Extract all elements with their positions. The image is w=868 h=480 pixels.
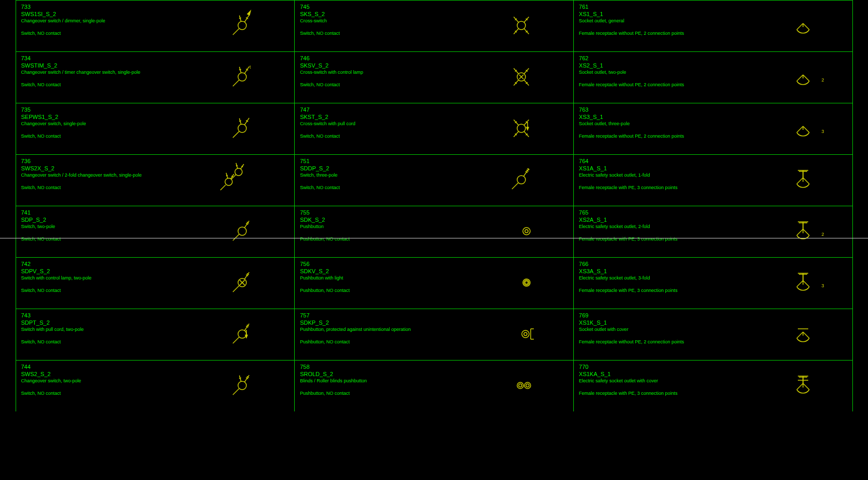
cell-symbol <box>216 164 258 196</box>
svg-point-87 <box>523 228 530 235</box>
svg-line-72 <box>523 168 529 176</box>
cell-number: 741 <box>21 209 290 216</box>
svg-line-139 <box>797 383 803 390</box>
symbol-cell: 741 SDP_S_2 Switch, two-pole Switch, NO … <box>16 206 295 258</box>
symbol-cell: 756 SDKV_S_2 Pushbutton with light Pushb… <box>294 257 574 309</box>
symbol-cell: 734 SWSTIM_S_2 Changeover switch / timer… <box>16 51 295 103</box>
cell-number: 764 <box>579 158 847 164</box>
svg-line-140 <box>803 383 809 390</box>
cell-number: 761 <box>579 4 847 10</box>
cell-number: 765 <box>579 209 847 216</box>
cell-number: 766 <box>579 261 847 267</box>
cell-number: 757 <box>300 312 568 318</box>
cell-number: 736 <box>21 158 290 164</box>
cell-number: 763 <box>579 106 847 113</box>
svg-line-0 <box>233 29 239 35</box>
svg-line-44 <box>239 121 241 121</box>
cell-symbol <box>516 272 537 294</box>
svg-point-1 <box>238 21 246 30</box>
symbol-cell: 764 XS1A_S_1 Electric safety socket outl… <box>573 154 853 206</box>
cell-symbol <box>511 375 537 397</box>
svg-line-18 <box>233 80 239 86</box>
svg-point-59 <box>225 178 232 185</box>
svg-point-45 <box>517 124 525 132</box>
symbol-cell: 744 SWS2_S_2 Changeover switch, two-pole… <box>16 360 295 412</box>
svg-line-69 <box>236 165 238 166</box>
guide-line <box>0 238 868 238</box>
symbol-cell: 733 SWS1SI_S_2 Changeover switch / dimme… <box>16 0 295 52</box>
svg-point-103 <box>525 281 528 284</box>
svg-point-112 <box>238 330 246 338</box>
svg-line-122 <box>797 332 803 338</box>
cell-symbol <box>227 267 258 299</box>
cell-symbol <box>227 216 258 248</box>
svg-line-128 <box>245 375 249 382</box>
svg-line-79 <box>803 178 809 184</box>
symbol-cell: 746 SKSV_S_2 Cross-switch with control l… <box>294 51 574 103</box>
svg-line-20 <box>245 66 249 73</box>
symbol-grid: 733 SWS1SI_S_2 Changeover switch / dimme… <box>0 0 868 411</box>
cell-number: 742 <box>21 261 290 267</box>
cell-number: 734 <box>21 55 290 61</box>
symbol-cell: 757 SDKP_S_2 Pushbutton, protected again… <box>294 309 574 361</box>
symbol-cell: 736 SWS2X_S_2 Changeover switch / 2-fold… <box>16 154 295 206</box>
cell-symbol: 3 <box>790 115 816 142</box>
svg-line-113 <box>245 324 249 330</box>
svg-point-83 <box>238 227 246 235</box>
cell-number: 755 <box>300 209 568 216</box>
cell-number: 762 <box>579 55 847 61</box>
svg-line-65 <box>226 175 228 176</box>
symbol-cell: 765 XS2A_S_1 Electric safety socket outl… <box>573 206 853 258</box>
cell-number: 756 <box>300 261 568 267</box>
svg-line-111 <box>233 337 239 343</box>
symbol-cell: 761 XS1_S_1 Socket outlet, general Femal… <box>573 0 853 52</box>
svg-point-88 <box>525 230 528 233</box>
svg-point-117 <box>522 330 529 338</box>
svg-point-136 <box>526 384 529 387</box>
svg-point-71 <box>517 176 525 184</box>
cell-symbol <box>516 324 537 345</box>
svg-line-70 <box>512 183 518 189</box>
svg-point-133 <box>517 382 523 389</box>
cell-number: 744 <box>21 364 290 370</box>
svg-line-132 <box>239 378 241 378</box>
svg-line-91 <box>797 229 803 235</box>
svg-line-15 <box>797 23 803 30</box>
svg-line-108 <box>803 281 809 287</box>
svg-line-126 <box>233 389 239 395</box>
svg-line-5 <box>239 18 241 18</box>
cell-symbol: 2 <box>790 64 816 91</box>
svg-line-36 <box>797 75 803 81</box>
symbol-cell: 743 SDPT_S_2 Switch with pull cord, two-… <box>16 309 295 361</box>
svg-line-82 <box>233 234 239 241</box>
cell-number: 770 <box>579 364 847 370</box>
cell-symbol <box>790 321 816 348</box>
svg-line-92 <box>803 229 809 235</box>
symbol-cell: 751 SDDP_S_2 Switch, three-pole Switch, … <box>294 154 574 206</box>
svg-line-39 <box>233 131 239 138</box>
cell-number: 758 <box>300 364 568 370</box>
svg-line-58 <box>220 185 226 190</box>
cell-symbol <box>227 318 258 351</box>
symbol-cell: 758 SROLD_S_2 Blinds / Roller blinds pus… <box>294 360 574 412</box>
cell-number: 751 <box>300 158 568 164</box>
cell-symbol <box>227 113 258 145</box>
svg-point-118 <box>524 332 527 336</box>
cell-symbol: t <box>227 61 258 94</box>
svg-point-19 <box>238 73 246 81</box>
cell-symbol <box>506 61 537 94</box>
svg-line-95 <box>233 286 239 292</box>
svg-line-55 <box>797 126 803 132</box>
symbol-cell: 742 SDPV_S_2 Switch with control lamp, t… <box>16 257 295 309</box>
svg-line-16 <box>803 23 809 30</box>
cell-symbol: 3 <box>790 270 816 297</box>
svg-line-41 <box>245 118 249 125</box>
symbol-cell: 762 XS2_S_1 Socket outlet, two-pole Fema… <box>573 51 853 103</box>
svg-point-134 <box>519 384 522 387</box>
cell-number: 735 <box>21 106 290 113</box>
svg-line-123 <box>803 332 809 338</box>
symbol-cell: 745 SKS_S_2 Cross-switch Switch, NO cont… <box>294 0 574 52</box>
svg-text:t: t <box>249 64 251 70</box>
svg-line-56 <box>803 126 809 132</box>
svg-line-84 <box>245 221 249 228</box>
